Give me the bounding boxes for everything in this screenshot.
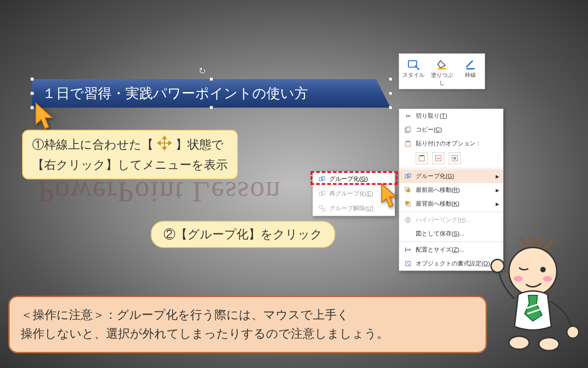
svg-rect-25	[319, 192, 322, 196]
svg-rect-19	[405, 201, 409, 205]
svg-point-37	[509, 336, 529, 349]
svg-point-32	[543, 276, 552, 282]
fill-icon	[430, 58, 454, 71]
hyperlink-icon	[403, 217, 413, 223]
svg-point-3	[418, 68, 419, 70]
selected-banner-shape[interactable]: １日で習得・実践パワーポイントの使い方	[32, 79, 390, 108]
svg-point-35	[491, 259, 504, 272]
svg-point-14	[453, 157, 456, 160]
menu-hyperlink[interactable]: ハイパーリンク(H)...	[399, 213, 503, 227]
callout-line: ①枠線上に合わせた【 】状態で	[32, 135, 228, 156]
resize-handle[interactable]	[209, 106, 213, 109]
instruction-callout-1: ①枠線上に合わせた【 】状態で 【右クリック】してメニューを表示	[22, 130, 238, 179]
svg-point-36	[567, 326, 579, 338]
menu-separator	[399, 168, 503, 168]
menu-cut[interactable]: ✂ 切り取り(T)	[399, 109, 503, 123]
paste-option-2[interactable]	[432, 152, 444, 164]
move-cursor-icon	[157, 135, 172, 156]
resize-handle[interactable]	[30, 77, 34, 81]
reflection-text: PowerPoint Lesson	[38, 175, 281, 209]
mascot-character	[482, 235, 583, 359]
svg-rect-23	[319, 178, 322, 181]
svg-rect-27	[319, 206, 322, 208]
svg-rect-26	[322, 191, 325, 195]
svg-rect-11	[420, 155, 424, 156]
style-label: スタイル	[401, 71, 426, 79]
svg-rect-7	[407, 127, 410, 132]
svg-rect-5	[466, 68, 475, 69]
svg-rect-15	[405, 175, 408, 178]
caution-note: ＜操作に注意＞：グループ化を行う際には、マウスで上手く 操作しないと、選択が外れ…	[8, 296, 487, 353]
menu-copy[interactable]: コピー(C)	[399, 123, 503, 137]
note-line: 操作しないと、選択が外れてしまったりするので注意しましょう。	[21, 324, 475, 344]
resize-handle[interactable]	[209, 77, 213, 81]
svg-rect-17	[407, 189, 410, 192]
resize-handle[interactable]	[30, 92, 34, 95]
paste-option-1[interactable]	[416, 152, 428, 164]
submenu-arrow-icon: ▶	[496, 201, 499, 207]
group-icon	[317, 176, 327, 182]
paste-icon	[403, 140, 413, 147]
cursor-arrow-2	[378, 183, 398, 213]
bring-front-icon	[403, 187, 413, 193]
svg-point-38	[539, 338, 559, 351]
note-line: ＜操作に注意＞：グループ化を行う際には、マウスで上手く	[21, 305, 475, 325]
instruction-callout-2: ②【グループ化】をクリック	[151, 221, 335, 248]
submenu-arrow-icon: ▶	[496, 174, 499, 179]
svg-rect-4	[438, 68, 446, 69]
submenu-arrow-icon: ▶	[496, 188, 499, 193]
paste-options-row	[399, 150, 503, 167]
svg-point-29	[509, 247, 557, 295]
copy-icon	[403, 126, 413, 133]
callout-line: 【右クリック】してメニューを表示	[32, 156, 228, 174]
menu-separator	[399, 212, 503, 212]
outline-button[interactable]: 枠線	[456, 54, 485, 89]
resize-handle[interactable]	[389, 106, 392, 109]
banner-title: １日で習得・実践パワーポイントの使い方	[32, 79, 390, 108]
regroup-icon	[317, 190, 327, 197]
resize-handle[interactable]	[389, 92, 392, 95]
menu-send-back[interactable]: 最背面へ移動(K) ▶	[399, 197, 503, 211]
outline-label: 枠線	[458, 71, 483, 79]
size-icon	[403, 247, 413, 253]
menu-bring-front[interactable]: 最前面へ移動(R) ▶	[399, 183, 503, 197]
menu-paste-options-label: 貼り付けのオプション：	[399, 137, 503, 150]
outline-icon	[458, 58, 483, 71]
svg-point-30	[540, 267, 546, 272]
svg-point-31	[514, 276, 523, 282]
fill-button[interactable]: 塗りつぶし	[428, 54, 456, 89]
menu-group[interactable]: グループ化(G) ▶	[399, 169, 503, 183]
svg-rect-24	[322, 177, 325, 180]
fill-label: 塗りつぶし	[430, 71, 454, 87]
svg-rect-16	[407, 174, 411, 177]
rotation-handle-icon[interactable]: ↻	[198, 65, 206, 76]
resize-handle[interactable]	[389, 77, 392, 81]
paste-option-3[interactable]	[449, 152, 461, 164]
group-icon	[403, 173, 413, 179]
style-button[interactable]: スタイル	[399, 54, 428, 89]
cut-icon: ✂	[403, 113, 413, 120]
mini-toolbar: スタイル 塗りつぶし 枠線	[399, 53, 485, 89]
send-back-icon	[403, 201, 413, 207]
ungroup-icon	[317, 205, 327, 212]
svg-rect-9	[407, 141, 409, 142]
style-icon	[401, 58, 426, 71]
svg-rect-28	[322, 208, 325, 211]
format-icon	[403, 260, 413, 267]
